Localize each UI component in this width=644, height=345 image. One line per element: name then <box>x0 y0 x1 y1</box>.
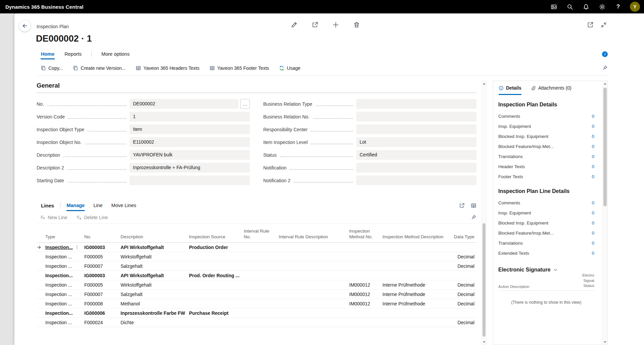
factbox-tab-label: Attachments (0) <box>538 85 571 91</box>
column-header-interval-rule-no[interactable]: Interval Rule No. <box>244 229 279 240</box>
form-field: Responsibility Center <box>263 125 476 134</box>
detail-count-link[interactable]: 0 <box>592 114 594 119</box>
detail-count-link[interactable]: 0 <box>592 210 594 215</box>
field-input[interactable]: Lot <box>356 137 476 147</box>
pin-lines-toolbar-button[interactable] <box>471 214 476 220</box>
image-button[interactable] <box>547 1 560 12</box>
field-input[interactable]: Certified <box>356 150 476 160</box>
detail-count-link[interactable]: 0 <box>592 154 594 159</box>
scroll-down-arrow[interactable] <box>482 339 486 345</box>
column-header-type[interactable]: Type <box>45 234 84 240</box>
column-header-inspection-source[interactable]: Inspection Source <box>189 234 244 240</box>
detail-count-link[interactable]: 0 <box>592 124 594 129</box>
factbox-tab-attachments[interactable]: Attachments (0) <box>531 81 571 95</box>
factbox-scrollbar[interactable] <box>602 81 607 345</box>
field-input[interactable]: Item <box>130 125 250 134</box>
scrollbar-thumb[interactable] <box>482 223 486 337</box>
field-input[interactable]: E1100002 <box>130 137 250 147</box>
column-header-no[interactable]: No. <box>84 234 121 240</box>
footer-texts-action[interactable]: Yaveon 365 Footer Texts <box>210 65 269 71</box>
column-header-inspection-method-description[interactable]: Inspection Method Description <box>382 234 453 240</box>
collapse-page-button[interactable] <box>600 21 607 28</box>
delete-line-button[interactable]: Delete Line <box>77 215 108 220</box>
field-input[interactable] <box>356 112 476 121</box>
table-row[interactable]: Inspection... IG000003 API Wirkstoffgeha… <box>37 271 476 280</box>
detail-count-link[interactable]: 0 <box>592 220 594 226</box>
field-input[interactable] <box>356 176 476 185</box>
tab-reports[interactable]: Reports <box>64 49 82 59</box>
search-button[interactable] <box>563 1 576 12</box>
column-header-interval-rule-description[interactable]: Interval Rule Description <box>279 234 349 240</box>
field-input[interactable]: Inprozesskontrolle + FA-Prüfung <box>130 163 250 172</box>
detail-count-link[interactable]: 0 <box>592 144 594 149</box>
field-input[interactable]: 1 <box>130 112 250 121</box>
column-header-data-type[interactable]: Data Type <box>453 234 476 240</box>
detail-count-link[interactable]: 0 <box>592 200 594 205</box>
detail-count-link[interactable]: 0 <box>592 174 594 179</box>
table-row[interactable]: Inspection ... F000007 Salzgehalt Decima… <box>37 261 476 271</box>
field-input[interactable] <box>130 176 250 185</box>
delete-line-icon <box>77 215 82 220</box>
factbox-section-title: Inspection Plan Line Details <box>498 188 594 194</box>
delete-button[interactable] <box>353 21 360 28</box>
share-button[interactable] <box>312 21 318 28</box>
table-row[interactable]: Inspection ... F000005 Wirkstoffgehalt D… <box>37 252 476 261</box>
open-in-new-window-button[interactable] <box>587 21 594 28</box>
new-button[interactable] <box>332 21 339 28</box>
new-line-button[interactable]: New Line <box>40 215 67 220</box>
app-title[interactable]: Dynamics 365 Business Central <box>5 4 84 10</box>
table-row[interactable]: Inspection ... F000007 Salzgehalt IM0000… <box>37 290 476 299</box>
table-row[interactable]: Inspection ... F000024 Dichte Decimal <box>37 318 476 327</box>
back-arrow-icon <box>22 23 28 29</box>
headers-texts-action[interactable]: Yaveon 365 Headers Texts <box>136 65 199 71</box>
scroll-up-arrow[interactable] <box>482 81 486 86</box>
scrollbar-thumb[interactable] <box>603 88 607 206</box>
copy-action[interactable]: Copy... <box>41 65 63 71</box>
table-row[interactable]: Inspection... IG000006 Inprozesskontroll… <box>37 308 476 318</box>
factbox-tab-details[interactable]: Details <box>499 81 521 95</box>
avatar[interactable]: Y <box>630 2 640 12</box>
table-row[interactable]: Inspection ... F000005 Wirkstoffgehalt I… <box>37 280 476 290</box>
tab-home[interactable]: Home <box>41 49 55 59</box>
cell-inspection-method-description: Interne Prüfmethode <box>382 282 453 288</box>
lines-tab-manage[interactable]: Manage <box>66 200 85 211</box>
table-row[interactable]: Inspection ... F000008 Methanol IM000012… <box>37 299 476 308</box>
pin-action-bar-button[interactable] <box>602 65 608 71</box>
electronic-signature-header[interactable]: Electronic Signature <box>498 267 594 273</box>
question-mark-icon: ? <box>616 3 620 10</box>
detail-count-link[interactable]: 0 <box>592 231 594 236</box>
edit-button[interactable] <box>291 21 297 28</box>
row-context-menu-icon[interactable] <box>75 245 79 249</box>
create-new-version-action[interactable]: Create new Version... <box>73 65 126 71</box>
detail-item: Extended Texts 0 <box>498 248 594 258</box>
field-input[interactable] <box>356 99 476 109</box>
field-input[interactable] <box>356 125 476 134</box>
open-in-excel-icon[interactable] <box>471 203 476 208</box>
lines-tab-line[interactable]: Line <box>93 200 102 211</box>
settings-button[interactable] <box>596 1 608 12</box>
scroll-down-arrow[interactable] <box>603 339 607 345</box>
page-info-icon[interactable]: i <box>602 51 608 57</box>
field-input[interactable]: YAVIPROFEN bulk <box>130 150 250 160</box>
share-icon[interactable] <box>459 203 465 208</box>
field-input[interactable]: DE000002 <box>130 99 238 109</box>
lines-tab-move-lines[interactable]: Move Lines <box>111 200 136 211</box>
column-header-inspection-method-no[interactable]: Inspection Method No. <box>349 229 382 240</box>
help-button[interactable]: ? <box>612 1 625 12</box>
detail-count-link[interactable]: 0 <box>592 251 594 256</box>
scroll-up-arrow[interactable] <box>603 81 607 86</box>
detail-count-link[interactable]: 0 <box>592 164 594 169</box>
detail-count-link[interactable]: 0 <box>592 241 594 246</box>
column-header-description[interactable]: Description <box>121 234 189 240</box>
usage-action[interactable]: Usage <box>279 65 300 71</box>
back-button[interactable] <box>19 20 31 32</box>
form-field: Item Inspection Level Lot <box>263 137 476 147</box>
assist-edit-button[interactable]: … <box>240 99 250 109</box>
table-row[interactable]: Inspection... IG000003 API Wirkstoffgeha… <box>37 243 476 252</box>
detail-count-link[interactable]: 0 <box>592 134 594 139</box>
main-scrollbar[interactable] <box>481 81 487 345</box>
tab-more-options[interactable]: More options <box>101 49 130 59</box>
notifications-button[interactable] <box>580 1 592 12</box>
detail-label: Blocked Feature/Insp.Met... <box>498 144 554 149</box>
field-input[interactable] <box>356 163 476 172</box>
